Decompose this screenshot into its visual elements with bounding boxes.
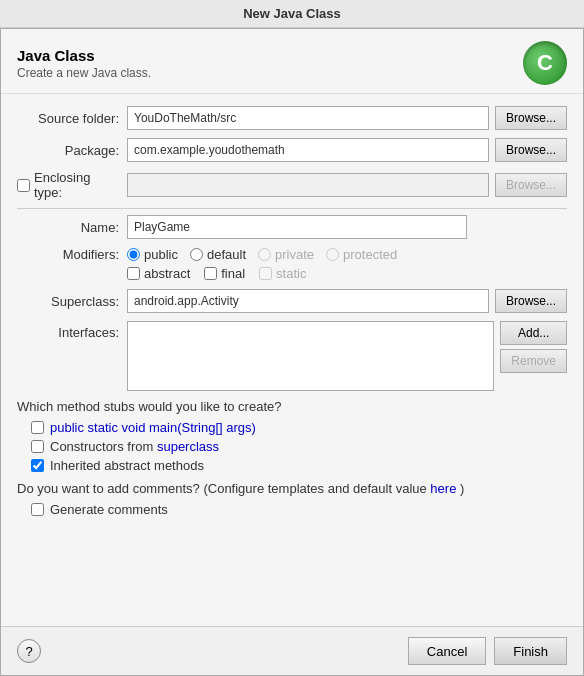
package-browse-button[interactable]: Browse...	[495, 138, 567, 162]
dialog: Java Class Create a new Java class. C So…	[0, 28, 584, 676]
generate-comments-row: Generate comments	[31, 502, 567, 517]
enclosing-type-browse-button: Browse...	[495, 173, 567, 197]
source-folder-label: Source folder:	[17, 111, 127, 126]
modifier-default-radio[interactable]	[190, 248, 203, 261]
modifier-private-label: private	[258, 247, 314, 262]
enclosing-type-row: Enclosing type: Browse...	[17, 170, 567, 200]
form-body: Source folder: Browse... Package: Browse…	[1, 94, 583, 626]
modifiers-radio-group: public default private protected	[127, 247, 567, 262]
footer: ? Cancel Finish	[1, 626, 583, 675]
header-subtitle: Create a new Java class.	[17, 66, 151, 80]
modifier-abstract-checkbox[interactable]	[127, 267, 140, 280]
enclosing-type-checkbox[interactable]	[17, 179, 30, 192]
comments-here-link[interactable]: here	[430, 481, 456, 496]
stub-main-label: public static void main(String[] args)	[50, 420, 256, 435]
interfaces-label: Interfaces:	[17, 321, 127, 340]
modifier-static-label: static	[259, 266, 306, 281]
header-text: Java Class Create a new Java class.	[17, 47, 151, 80]
header-section: Java Class Create a new Java class. C	[1, 29, 583, 94]
footer-buttons: Cancel Finish	[408, 637, 567, 665]
interfaces-add-button[interactable]: Add...	[500, 321, 567, 345]
stub-inherited-checkbox[interactable]	[31, 459, 44, 472]
header-title: Java Class	[17, 47, 151, 64]
stub-main-item: public static void main(String[] args)	[31, 420, 567, 435]
modifiers-row: Modifiers: public default private protec…	[17, 247, 567, 262]
source-folder-input[interactable]	[127, 106, 489, 130]
stub-constructors-label: Constructors from superclass	[50, 439, 219, 454]
modifier-public-radio[interactable]	[127, 248, 140, 261]
stub-constructors-item: Constructors from superclass	[31, 439, 567, 454]
divider-1	[17, 208, 567, 209]
stub-inherited-item: Inherited abstract methods	[31, 458, 567, 473]
generate-comments-checkbox[interactable]	[31, 503, 44, 516]
modifier-final-label[interactable]: final	[204, 266, 245, 281]
modifiers-label: Modifiers:	[17, 247, 127, 262]
superclass-row: Superclass: Browse...	[17, 289, 567, 313]
modifier-static-checkbox	[259, 267, 272, 280]
superclass-label: Superclass:	[17, 294, 127, 309]
modifier-final-checkbox[interactable]	[204, 267, 217, 280]
package-input[interactable]	[127, 138, 489, 162]
help-button[interactable]: ?	[17, 639, 41, 663]
stub-inherited-label: Inherited abstract methods	[50, 458, 204, 473]
interfaces-remove-button: Remove	[500, 349, 567, 373]
comments-question: Do you want to add comments? (Configure …	[17, 481, 567, 496]
superclass-input[interactable]	[127, 289, 489, 313]
dialog-title: New Java Class	[243, 6, 341, 21]
cancel-button[interactable]: Cancel	[408, 637, 486, 665]
modifier-protected-radio	[326, 248, 339, 261]
source-folder-row: Source folder: Browse...	[17, 106, 567, 130]
modifiers-checkbox-group: abstract final static	[127, 266, 567, 281]
generate-comments-label: Generate comments	[50, 502, 168, 517]
comments-section: Do you want to add comments? (Configure …	[17, 481, 567, 517]
modifier-default-label[interactable]: default	[190, 247, 246, 262]
name-input[interactable]	[127, 215, 467, 239]
modifier-abstract-label[interactable]: abstract	[127, 266, 190, 281]
enclosing-type-label: Enclosing type:	[34, 170, 119, 200]
modifier-private-radio	[258, 248, 271, 261]
modifier-public-label[interactable]: public	[127, 247, 178, 262]
logo-icon: C	[523, 41, 567, 85]
superclass-browse-button[interactable]: Browse...	[495, 289, 567, 313]
name-row: Name:	[17, 215, 567, 239]
enclosing-type-checkbox-label[interactable]: Enclosing type:	[17, 170, 119, 200]
package-label: Package:	[17, 143, 127, 158]
interfaces-buttons: Add... Remove	[500, 321, 567, 373]
stub-constructors-checkbox[interactable]	[31, 440, 44, 453]
package-row: Package: Browse...	[17, 138, 567, 162]
method-stubs-title: Which method stubs would you like to cre…	[17, 399, 567, 414]
title-bar: New Java Class	[0, 0, 584, 28]
method-stubs-section: Which method stubs would you like to cre…	[17, 399, 567, 473]
finish-button[interactable]: Finish	[494, 637, 567, 665]
source-folder-browse-button[interactable]: Browse...	[495, 106, 567, 130]
enclosing-type-input[interactable]	[127, 173, 489, 197]
modifier-protected-label: protected	[326, 247, 397, 262]
stub-main-checkbox[interactable]	[31, 421, 44, 434]
interfaces-section: Interfaces: Add... Remove	[17, 321, 567, 391]
name-label: Name:	[17, 220, 127, 235]
interfaces-box	[127, 321, 494, 391]
footer-left: ?	[17, 639, 41, 663]
